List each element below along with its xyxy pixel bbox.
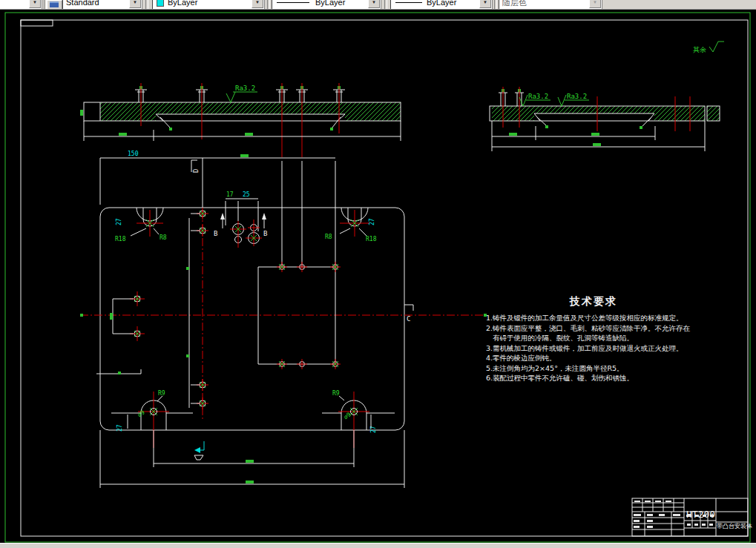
style-icon-button[interactable] bbox=[47, 0, 62, 10]
color-combo[interactable]: ByLayer ▼ bbox=[152, 0, 265, 10]
section-view-front: Ra3.2 bbox=[80, 83, 401, 157]
radius-r8: R8 bbox=[325, 234, 332, 240]
dim-25: 25 bbox=[243, 191, 250, 198]
radius-r18: R18 bbox=[366, 236, 377, 242]
plotstyle-combo: 随层色 ▼ bbox=[499, 0, 602, 10]
section-d-text: D bbox=[192, 169, 200, 173]
general-roughness-text: 其余 bbox=[693, 46, 706, 53]
dim-27: 27 bbox=[116, 424, 123, 432]
chevron-down-icon: ▼ bbox=[589, 0, 601, 8]
corner-feature-tl: R18 R8 27 bbox=[115, 208, 167, 242]
lineweight-value: ByLayer bbox=[427, 0, 456, 8]
toolbar-separator bbox=[145, 0, 148, 9]
section-label-d: D bbox=[191, 160, 200, 173]
dim-17: 17 bbox=[226, 191, 234, 198]
dim-27: 27 bbox=[369, 218, 375, 225]
section-b-text: B bbox=[214, 230, 217, 237]
tech-requirement-line: 2.铸件表面应平整，浇口、毛刺、粘砂等应清除干净。不允许存在 bbox=[486, 323, 701, 334]
toolbar-separator bbox=[384, 0, 387, 9]
color-swatch bbox=[157, 0, 164, 7]
corner-feature-bl: ⌀9 R9 27 bbox=[111, 390, 193, 448]
roughness-check-icon bbox=[709, 42, 724, 52]
section-b-text: B bbox=[263, 230, 267, 237]
tech-requirement-line: 6.装配过程中零件不允许磕、碰、划伤和锈蚀。 bbox=[486, 373, 701, 383]
chevron-down-icon[interactable]: ▼ bbox=[29, 0, 41, 8]
cad-drawing[interactable]: 其余 Ra3.2 bbox=[0, 9, 756, 544]
radius-r9: R9 bbox=[158, 390, 165, 397]
corner-feature-br: ⌀9 R9 27 bbox=[322, 390, 395, 448]
plan-view: 150 D 17 25 B B bbox=[80, 151, 488, 488]
hole-dia9: ⌀9 bbox=[137, 409, 146, 418]
radius-r9: R9 bbox=[332, 390, 340, 397]
section-bb-group: 17 25 B B bbox=[214, 191, 267, 248]
section-arrow-icon bbox=[262, 213, 266, 219]
center-hole-column bbox=[186, 208, 208, 409]
frame-corner-box bbox=[21, 20, 53, 26]
color-value: ByLayer bbox=[168, 0, 197, 8]
status-bar bbox=[0, 543, 756, 548]
material-label: HT200 bbox=[686, 509, 716, 520]
text-style-icon bbox=[50, 1, 59, 7]
roughness-callout: Ra3.2 bbox=[519, 93, 550, 106]
plotstyle-value: 随层色 bbox=[502, 0, 527, 8]
tech-requirement-line: 5.未注倒角均为2×45°，未注圆角半径R5。 bbox=[486, 363, 701, 374]
stud-symbols bbox=[135, 83, 345, 157]
roughness-text: Ra3.2 bbox=[235, 85, 255, 92]
roughness-text: Ra3.2 bbox=[528, 93, 548, 100]
technical-requirements: 技术要求 1.铸件及锻件的加工余量值及尺寸公差等级按相应的标准规定。 2.铸件表… bbox=[486, 295, 701, 383]
general-roughness-symbol: 其余 bbox=[693, 42, 724, 53]
section-label-c: C bbox=[404, 305, 413, 323]
tech-requirement-line: 有碍于使用的冷隔、裂纹、孔洞等铸造缺陷。 bbox=[486, 333, 701, 343]
drawing-frame bbox=[21, 20, 748, 536]
radius-r18: R18 bbox=[115, 236, 126, 242]
section-view-side: Ra3.2 Ra3.2 bbox=[490, 87, 720, 151]
roughness-callout: Ra3.2 bbox=[226, 85, 257, 102]
corner-feature-tr: R8 R18 27 bbox=[325, 208, 377, 242]
linetype-swatch bbox=[277, 2, 309, 3]
paper-border bbox=[5, 13, 750, 542]
roughness-text: Ra3.2 bbox=[567, 93, 587, 100]
roughness-callout: Ra3.2 bbox=[558, 93, 589, 106]
view-direction-arrow bbox=[194, 441, 204, 460]
part-name-label: 带凸台安装体 bbox=[717, 522, 748, 530]
dim-150: 150 bbox=[128, 151, 139, 157]
tech-requirements-title: 技术要求 bbox=[486, 295, 701, 308]
chevron-down-icon[interactable]: ▼ bbox=[252, 0, 263, 8]
tech-requirement-line: 4.零件的棱边应倒钝。 bbox=[486, 353, 701, 363]
toolbar-separator bbox=[494, 0, 497, 9]
layer-combo[interactable]: ▼ bbox=[0, 0, 42, 10]
text-style-value: Standard bbox=[66, 0, 99, 8]
radius-r8: R8 bbox=[160, 234, 167, 241]
section-c-text: C bbox=[407, 315, 410, 323]
toolbar: ▼ Standard ▼ ByLayer ▼ ByLayer ▼ ByLayer… bbox=[0, 0, 756, 10]
lineweight-swatch bbox=[395, 2, 422, 3]
linetype-value: ByLayer bbox=[315, 0, 345, 8]
roughness-check-icon bbox=[226, 92, 235, 102]
section-arrow-icon bbox=[220, 213, 225, 219]
lineweight-combo[interactable]: ByLayer ▼ bbox=[390, 0, 493, 10]
tech-requirement-line: 3.需机械加工的铸件或锻件，加工前应及时做退火或正火处理。 bbox=[486, 343, 701, 354]
dim-27: 27 bbox=[116, 218, 122, 225]
arrow-icon bbox=[194, 447, 200, 453]
plate-outline bbox=[100, 208, 404, 430]
left-hole-pair bbox=[96, 291, 145, 374]
chevron-down-icon[interactable]: ▼ bbox=[368, 0, 380, 8]
text-style-combo[interactable]: Standard ▼ bbox=[62, 0, 142, 10]
linetype-combo[interactable]: ByLayer ▼ bbox=[272, 0, 381, 10]
drawing-area[interactable]: 其余 Ra3.2 bbox=[0, 9, 756, 544]
chevron-down-icon[interactable]: ▼ bbox=[129, 0, 141, 8]
toolbar-separator bbox=[267, 0, 270, 9]
tech-requirement-line: 1.铸件及锻件的加工余量值及尺寸公差等级按相应的标准规定。 bbox=[486, 313, 701, 323]
chevron-down-icon[interactable]: ▼ bbox=[479, 0, 491, 8]
